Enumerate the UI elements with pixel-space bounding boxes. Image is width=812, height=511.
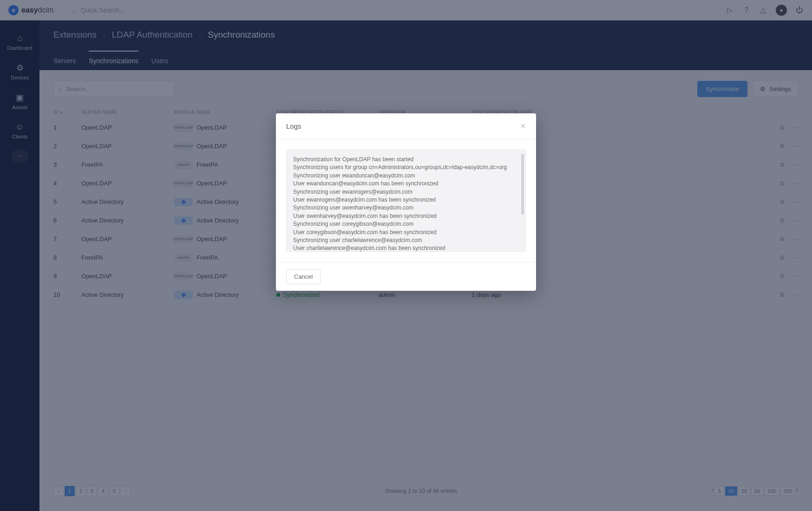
close-icon[interactable]: × [520,121,526,131]
logs-modal: Logs × Synchronization for OpenLDAP has … [276,113,536,291]
cancel-button[interactable]: Cancel [286,269,321,284]
log-output[interactable]: Synchronization for OpenLDAP has been st… [286,150,526,252]
modal-title: Logs [286,122,301,130]
modal-overlay[interactable]: Logs × Synchronization for OpenLDAP has … [0,0,812,511]
